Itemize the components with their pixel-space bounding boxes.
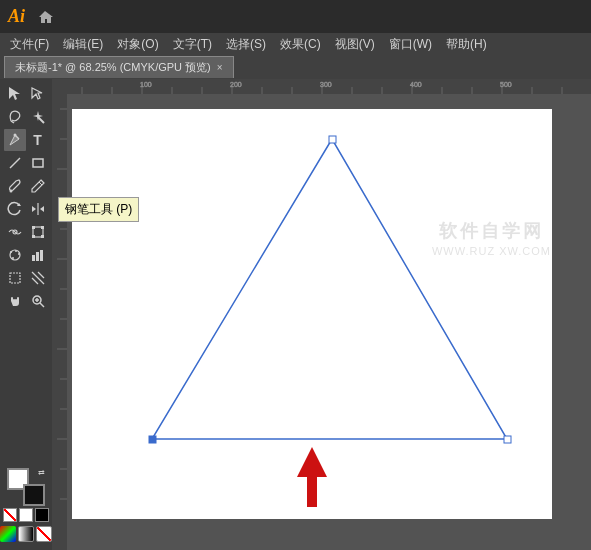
svg-text:500: 500 (500, 81, 512, 88)
color-mode-icon[interactable] (0, 526, 16, 542)
select-tool[interactable] (4, 83, 26, 105)
line-segment-tool[interactable] (4, 152, 26, 174)
svg-line-33 (40, 303, 44, 307)
svg-point-22 (15, 250, 17, 252)
svg-text:200: 200 (230, 81, 242, 88)
tool-row-5 (4, 198, 49, 220)
horizontal-ruler: 100 200 300 400 500 (52, 79, 591, 94)
reflect-tool[interactable] (27, 198, 49, 220)
swap-colors-icon[interactable]: ⇄ (38, 468, 45, 477)
zoom-tool[interactable] (27, 290, 49, 312)
vertical-ruler (52, 79, 67, 550)
ai-logo: Ai (8, 6, 25, 27)
lasso-tool[interactable] (4, 106, 26, 128)
svg-rect-18 (32, 235, 35, 238)
tab-close-button[interactable]: × (217, 62, 223, 73)
svg-marker-13 (40, 206, 44, 212)
free-transform-tool[interactable] (27, 221, 49, 243)
pencil-tool[interactable] (27, 175, 49, 197)
svg-rect-7 (33, 159, 43, 167)
tool-row-9 (4, 290, 49, 312)
menu-bar: 文件(F)编辑(E)对象(O)文字(T)选择(S)效果(C)视图(V)窗口(W)… (0, 33, 591, 55)
menu-item-v[interactable]: 视图(V) (329, 34, 381, 55)
svg-rect-19 (41, 235, 44, 238)
home-button[interactable] (33, 5, 57, 29)
fill-stroke-swatches[interactable]: ⇄ (7, 468, 45, 506)
svg-rect-26 (36, 252, 39, 261)
tool-row-pen: T (4, 129, 49, 151)
slice-tool[interactable] (27, 267, 49, 289)
svg-rect-25 (32, 255, 35, 261)
toolbar: T (0, 79, 52, 550)
column-graph-tool[interactable] (27, 244, 49, 266)
menu-item-e[interactable]: 编辑(E) (57, 34, 109, 55)
rotate-tool[interactable] (4, 198, 26, 220)
svg-rect-16 (32, 226, 35, 229)
tool-row-4 (4, 175, 49, 197)
white-swatch[interactable] (19, 508, 33, 522)
tool-row-1 (4, 83, 49, 105)
svg-line-31 (38, 272, 44, 278)
svg-line-29 (32, 272, 44, 284)
svg-point-5 (13, 134, 16, 137)
menu-item-o[interactable]: 对象(O) (111, 34, 164, 55)
svg-text:400: 400 (410, 81, 422, 88)
menu-item-c[interactable]: 效果(C) (274, 34, 327, 55)
color-area: ⇄ (0, 468, 52, 546)
svg-point-8 (9, 190, 12, 193)
artboard-tool[interactable] (4, 267, 26, 289)
black-swatch[interactable] (35, 508, 49, 522)
small-swatches (3, 508, 49, 522)
paintbrush-tool[interactable] (4, 175, 26, 197)
svg-text:300: 300 (320, 81, 332, 88)
svg-rect-27 (40, 250, 43, 261)
canvas-area[interactable]: 100 200 300 400 500 (52, 79, 591, 550)
menu-item-s[interactable]: 选择(S) (220, 34, 272, 55)
title-bar: Ai (0, 0, 591, 33)
svg-marker-1 (32, 88, 42, 99)
menu-item-w[interactable]: 窗口(W) (383, 34, 438, 55)
tool-row-3 (4, 152, 49, 174)
symbol-sprayer-tool[interactable] (4, 244, 26, 266)
svg-line-30 (32, 278, 38, 284)
svg-line-6 (10, 158, 20, 168)
menu-item-f[interactable]: 文件(F) (4, 34, 55, 55)
stroke-swatch[interactable] (23, 484, 45, 506)
red-arrow (292, 447, 332, 510)
svg-point-23 (18, 253, 20, 255)
gradient-icon[interactable] (18, 526, 34, 542)
svg-rect-28 (10, 273, 20, 283)
tool-row-6 (4, 221, 49, 243)
svg-rect-60 (52, 79, 67, 550)
main-area: T (0, 79, 591, 550)
pen-tool[interactable] (4, 129, 26, 151)
svg-text:100: 100 (140, 81, 152, 88)
svg-point-24 (12, 257, 14, 259)
svg-line-3 (38, 117, 44, 123)
magic-wand-tool[interactable] (27, 106, 49, 128)
none-swatch[interactable] (3, 508, 17, 522)
tool-row-2 (4, 106, 49, 128)
svg-line-9 (39, 182, 42, 185)
document-tab[interactable]: 未标题-1* @ 68.25% (CMYK/GPU 预览) × (4, 56, 234, 78)
direct-select-tool[interactable] (27, 83, 49, 105)
svg-point-21 (10, 251, 12, 253)
svg-rect-17 (41, 226, 44, 229)
none-icon[interactable] (36, 526, 52, 542)
tool-row-8 (4, 267, 49, 289)
svg-marker-0 (9, 87, 20, 100)
menu-item-t[interactable]: 文字(T) (167, 34, 218, 55)
tool-row-7 (4, 244, 49, 266)
warp-tool[interactable] (4, 221, 26, 243)
hand-tool[interactable] (4, 290, 26, 312)
menu-item-h[interactable]: 帮助(H) (440, 34, 493, 55)
color-picker-icons (0, 526, 52, 542)
tab-bar: 未标题-1* @ 68.25% (CMYK/GPU 预览) × (0, 55, 591, 79)
type-tool[interactable]: T (27, 129, 49, 151)
svg-marker-79 (297, 447, 327, 507)
svg-marker-12 (32, 206, 36, 212)
shape-tool[interactable] (27, 152, 49, 174)
tab-title: 未标题-1* @ 68.25% (CMYK/GPU 预览) (15, 60, 211, 75)
